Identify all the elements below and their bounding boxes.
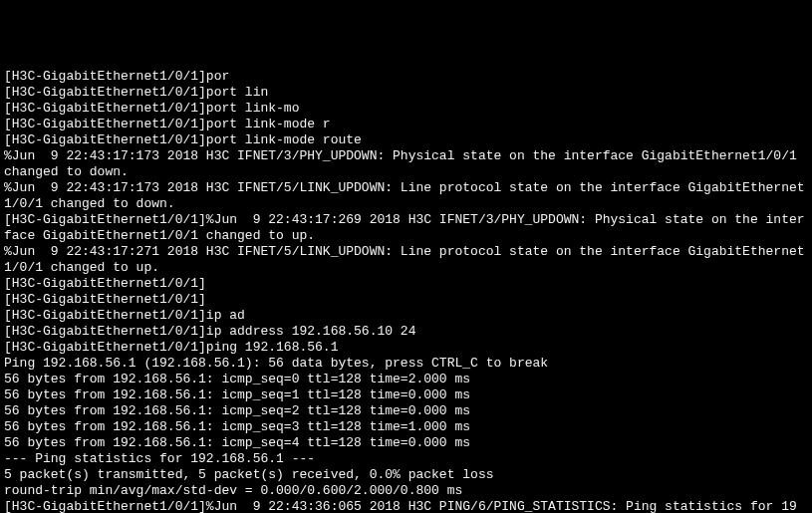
terminal-line: [H3C-GigabitEthernet1/0/1]%Jun 9 22:43:1…	[4, 212, 808, 244]
terminal-line: [H3C-GigabitEthernet1/0/1]port link-mode…	[4, 132, 808, 148]
terminal-line: 56 bytes from 192.168.56.1: icmp_seq=4 t…	[4, 435, 808, 451]
terminal-line: [H3C-GigabitEthernet1/0/1]port link-mode…	[4, 117, 808, 132]
terminal-line: round-trip min/avg/max/std-dev = 0.000/0…	[4, 483, 808, 499]
terminal-line: [H3C-GigabitEthernet1/0/1]por	[4, 69, 808, 85]
terminal-line: [H3C-GigabitEthernet1/0/1]%Jun 9 22:43:3…	[4, 499, 808, 513]
terminal-line: %Jun 9 22:43:17:271 2018 H3C IFNET/5/LIN…	[4, 244, 808, 276]
terminal-line: [H3C-GigabitEthernet1/0/1]	[4, 292, 808, 308]
terminal-line: 56 bytes from 192.168.56.1: icmp_seq=2 t…	[4, 403, 808, 419]
terminal-line: [H3C-GigabitEthernet1/0/1]ping 192.168.5…	[4, 340, 808, 356]
terminal-line: [H3C-GigabitEthernet1/0/1]	[4, 276, 808, 292]
terminal-line: %Jun 9 22:43:17:173 2018 H3C IFNET/5/LIN…	[4, 180, 808, 212]
terminal-line: 5 packet(s) transmitted, 5 packet(s) rec…	[4, 467, 808, 483]
terminal-line: [H3C-GigabitEthernet1/0/1]ip address 192…	[4, 324, 808, 340]
terminal-line: [H3C-GigabitEthernet1/0/1]port link-mo	[4, 101, 808, 117]
terminal-line: [H3C-GigabitEthernet1/0/1]port lin	[4, 85, 808, 101]
terminal-line: %Jun 9 22:43:17:173 2018 H3C IFNET/3/PHY…	[4, 148, 808, 180]
terminal-output[interactable]: [H3C-GigabitEthernet1/0/1]por[H3C-Gigabi…	[4, 69, 808, 513]
terminal-line: --- Ping statistics for 192.168.56.1 ---	[4, 451, 808, 467]
terminal-line: 56 bytes from 192.168.56.1: icmp_seq=1 t…	[4, 387, 808, 403]
terminal-line: 56 bytes from 192.168.56.1: icmp_seq=3 t…	[4, 419, 808, 435]
terminal-line: 56 bytes from 192.168.56.1: icmp_seq=0 t…	[4, 372, 808, 387]
terminal-line: Ping 192.168.56.1 (192.168.56.1): 56 dat…	[4, 356, 808, 372]
terminal-line: [H3C-GigabitEthernet1/0/1]ip ad	[4, 308, 808, 324]
